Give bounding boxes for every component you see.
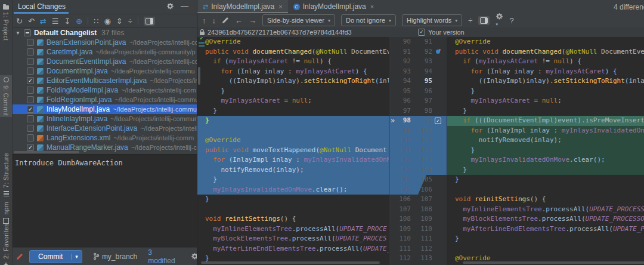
code-line-106: } xyxy=(197,195,389,205)
code-line-101: public void moveTextHappened(@NotNull Do… xyxy=(197,146,389,156)
stripe-item-label: 2: Favorites xyxy=(2,223,10,259)
code-line-105: myInlaysInvalidatedOnMove.clear(); xyxy=(197,185,389,195)
refresh-icon[interactable]: ↻ xyxy=(16,17,23,25)
code-line-101: notifyRemoved(inlay); xyxy=(447,135,644,146)
file-row[interactable]: CaretImpl.java~/IdeaProjects/intellij-co… xyxy=(13,47,197,57)
left-pane-horizontal-scrollbar[interactable] xyxy=(201,261,380,264)
file-checkbox[interactable] xyxy=(27,39,34,46)
changelist-row[interactable]: ▼ Default Changelist 37 files xyxy=(13,28,197,38)
whitespace-select[interactable]: Do not ignore▾ xyxy=(341,14,396,26)
include-change-checkbox[interactable]: ✓ xyxy=(435,118,441,124)
jump-to-source-icon[interactable] xyxy=(222,17,229,24)
commit-message-area[interactable]: Introduce DumbAwareAction xyxy=(13,154,197,248)
prev-difference-icon[interactable]: ↑ xyxy=(202,17,206,24)
lock-icon xyxy=(200,32,205,35)
modified-files-link[interactable]: 3 modified xyxy=(148,248,175,265)
code-line-111: myAfterLineEndElementsTree.processAll(UP… xyxy=(197,244,389,254)
file-checkbox[interactable] xyxy=(27,134,34,141)
move-to-changelist-icon[interactable]: ⊕ xyxy=(76,17,82,25)
file-checkbox[interactable]: ✓ xyxy=(27,144,34,151)
branch-widget[interactable]: my_branch xyxy=(93,252,137,261)
your-version-checkbox[interactable]: ✓ xyxy=(418,29,425,36)
file-row[interactable]: BeanExtensionPoint.java~/IdeaProjects/in… xyxy=(13,38,197,47)
left-pane-vertical-scrollbar[interactable] xyxy=(198,67,200,85)
stripe-item-structure[interactable]: 7: Structure xyxy=(0,153,12,197)
file-checkbox[interactable]: ✓ xyxy=(27,77,34,84)
close-tab-icon[interactable]: × xyxy=(278,3,282,10)
next-file-icon[interactable]: → xyxy=(249,17,256,24)
edit-commit-message-icon[interactable] xyxy=(16,253,23,260)
expand-all-icon[interactable]: ⇕ xyxy=(116,17,123,25)
file-checkbox[interactable]: ✓ xyxy=(27,106,34,113)
stripe-item-npm[interactable]: npm xyxy=(0,202,12,224)
file-checkbox[interactable] xyxy=(27,48,34,56)
right-pane-horizontal-scrollbar[interactable] xyxy=(463,261,644,264)
left-line-number: 95 xyxy=(393,87,411,97)
tree-horizontal-scrollbar[interactable] xyxy=(14,151,79,153)
file-name: EditorEventMulticasterImpl.java xyxy=(47,76,147,85)
file-checkbox[interactable] xyxy=(27,96,34,103)
fold-marker[interactable] xyxy=(199,45,205,47)
highlight-select[interactable]: Highlight words▾ xyxy=(402,14,462,26)
file-checkbox[interactable] xyxy=(27,87,34,94)
diff-right-pane[interactable]: @Overridepublic void documentChanged(@No… xyxy=(447,37,644,265)
tab-local-changes[interactable]: Local Changes xyxy=(18,2,66,11)
file-row[interactable]: FoldRegionImpl.java~/IdeaProjects/intell… xyxy=(13,95,197,104)
file-row[interactable]: FoldingModelImpl.java~/IdeaProjects/inte… xyxy=(13,85,197,95)
fold-marker[interactable] xyxy=(199,42,205,44)
editor-tab-bar: ⇄InlayModelImpl.java×CInlayModelImpl.jav… xyxy=(197,0,644,14)
code-line-93: for (Inlay inlay : myInlaysAtCaret) { xyxy=(197,67,389,77)
prev-file-icon[interactable]: ← xyxy=(235,17,243,24)
viewer-select[interactable]: Side-by-side viewer▾ xyxy=(262,14,335,26)
rollback-icon[interactable]: ↶ xyxy=(28,17,35,25)
right-line-number: 96 xyxy=(416,87,432,97)
file-row[interactable]: ✓InlayModelImpl.java~/IdeaProjects/intel… xyxy=(13,104,197,114)
stripe-item-project[interactable]: 1: Project xyxy=(0,2,12,42)
file-path: ~/IdeaProjects/intellij-commur xyxy=(110,115,197,122)
preview-diff-toggle-icon[interactable] xyxy=(144,17,155,26)
commit-button[interactable]: Commit ▾ xyxy=(29,250,82,263)
preview-icon[interactable]: ◉ xyxy=(104,17,110,25)
file-row[interactable]: LangExtensions.xml~/IdeaProjects/intelli… xyxy=(13,133,197,143)
structure-icon xyxy=(4,191,9,196)
commit-message-text: Introduce DumbAwareAction xyxy=(15,159,123,167)
close-tab-icon[interactable]: × xyxy=(370,3,374,10)
file-checkbox[interactable] xyxy=(27,67,34,75)
next-difference-icon[interactable]: ↓ xyxy=(212,17,216,24)
file-path: ~/IdeaProjects/intellij-co xyxy=(129,58,197,65)
file-checkbox[interactable] xyxy=(27,58,34,65)
hide-panel-icon[interactable]: — xyxy=(181,1,188,10)
collapse-unchanged-icon[interactable]: ÷ xyxy=(468,17,472,24)
changelist-checkbox[interactable] xyxy=(24,29,31,36)
synchronized-scrolling-toggle[interactable] xyxy=(478,16,490,25)
file-row[interactable]: DocumentEventImpl.java~/IdeaProjects/int… xyxy=(13,57,197,66)
commit-button-label[interactable]: Commit xyxy=(30,252,71,261)
stripe-item-commit[interactable]: 9: Commit xyxy=(0,75,12,117)
file-row[interactable]: InterfaceExtensionPoint.java~/IdeaProjec… xyxy=(13,124,197,133)
collapse-all-icon[interactable]: ÷ xyxy=(128,17,132,25)
commit-options-arrow-icon[interactable]: ▾ xyxy=(71,254,82,260)
file-row[interactable]: InlineInlayImpl.java~/IdeaProjects/intel… xyxy=(13,114,197,124)
editor-tab[interactable]: ⇄InlayModelImpl.java× xyxy=(197,0,288,13)
shelve-icon[interactable]: ↧ xyxy=(64,17,70,25)
left-line-number: 111 xyxy=(393,244,411,254)
expand-arrow-icon[interactable]: ▼ xyxy=(16,30,21,36)
diff-settings-icon[interactable]: ▾ xyxy=(496,13,503,28)
group-by-icon[interactable]: ∷ xyxy=(94,17,98,25)
gutter-marker-icon[interactable] xyxy=(436,50,440,54)
file-row[interactable]: DocumentImpl.java~/IdeaProjects/intellij… xyxy=(13,66,197,76)
compare-with-icon[interactable]: ⇄ xyxy=(40,17,47,25)
file-row[interactable]: ✓EditorEventMulticasterImpl.java~/IdeaPr… xyxy=(13,76,197,85)
changelist-icon[interactable]: ☰ xyxy=(52,17,59,25)
editor-tab[interactable]: CInlayModelImpl.java× xyxy=(288,0,380,13)
panel-settings-gear-icon[interactable] xyxy=(166,2,174,10)
left-line-number: 109 xyxy=(393,224,411,235)
branch-icon xyxy=(93,252,100,260)
stripe-item-favorites[interactable]: 2: Favorites★ xyxy=(0,223,12,265)
help-icon[interactable]: ? xyxy=(509,17,513,24)
java-file-icon xyxy=(37,78,44,84)
file-checkbox[interactable] xyxy=(27,125,34,132)
right-line-number: 109 xyxy=(416,214,432,224)
diff-left-pane[interactable]: ✓ @Overridepublic void documentChanged(@… xyxy=(197,37,389,265)
file-checkbox[interactable] xyxy=(27,115,34,122)
